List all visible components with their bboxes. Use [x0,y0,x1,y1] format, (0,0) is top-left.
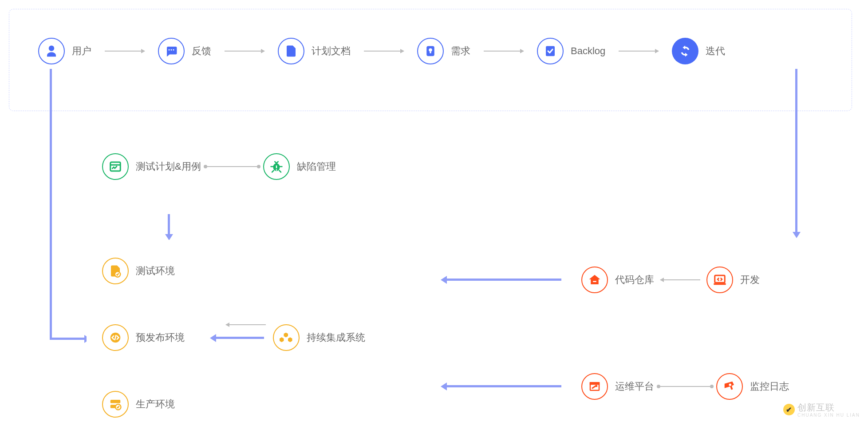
arrow-right-icon [364,51,404,52]
svg-rect-2 [430,52,431,53]
svg-rect-6 [276,166,277,168]
doc-check-icon [102,258,129,284]
node-label: Backlog [571,45,605,57]
node-user: 用户 [38,38,91,64]
node-label: 反馈 [192,44,211,58]
node-ops-platform: 运维平台 [581,373,654,400]
svg-point-7 [276,169,277,171]
sync-icon [672,38,698,64]
node-plan-doc: 计划文档 [278,38,351,64]
document-icon [278,38,304,64]
watermark-brand: 创新互联 [797,402,860,414]
connector-line-icon [659,386,712,387]
bulb-icon [417,38,444,64]
svg-point-19 [595,385,597,387]
node-label: 代码仓库 [615,273,654,287]
laptop-code-icon [706,267,733,293]
node-label: 测试环境 [136,264,175,278]
svg-point-1 [429,48,432,52]
arrow-right-icon [225,51,264,52]
node-label: 缺陷管理 [297,160,336,173]
message-icon [158,38,185,64]
arrow-down-icon [793,232,801,238]
node-backlog: Backlog [537,38,605,64]
node-label: 开发 [740,273,760,287]
node-label: 持续集成系统 [307,331,365,344]
node-dev: 开发 [706,267,760,293]
watermark-sub: CHUANG XIN HU LIAN [797,413,860,418]
node-prod-env: 生产环境 [102,391,175,418]
camera-icon [716,373,743,400]
arrow-left-icon [441,382,447,390]
bug-icon [263,153,290,180]
test-card: 测试计划&用例 缺陷管理 [87,118,442,215]
node-label: 生产环境 [136,398,175,411]
watermark: ✔ 创新互联 CHUANG XIN HU LIAN [783,402,860,418]
server-check-icon [102,391,129,418]
node-label: 计划文档 [312,44,351,58]
flow-line [168,214,170,235]
connector-line-icon [205,166,259,167]
window-chart-icon [102,153,129,180]
flow-line [446,279,561,281]
cubes-icon [273,324,300,351]
node-label: 运维平台 [615,380,654,393]
svg-rect-14 [715,275,725,283]
node-test-plan: 测试计划&用例 [102,153,201,180]
node-ci-system: 持续集成系统 [273,324,365,351]
logo-icon: ✔ [783,404,795,415]
dev-card: 代码仓库 开发 [561,240,852,320]
flow-line [215,337,264,339]
arrow-right-icon [484,51,524,52]
node-test-env: 测试环境 [102,258,175,284]
arrow-right-icon [105,51,145,52]
node-label: 需求 [451,44,470,58]
arrow-down-icon [165,234,173,240]
arrow-left-icon [210,334,216,342]
node-pre-release-env: 预发布环境 [102,324,185,351]
node-feedback: 反馈 [158,38,211,64]
node-iteration: 迭代 [672,38,725,64]
user-icon [38,38,65,64]
diagram-canvas: 用户 反馈 计划文档 需求 [0,0,868,422]
flow-line [50,69,52,340]
node-requirements: 需求 [417,38,470,64]
svg-rect-4 [110,162,121,171]
flow-line [446,385,561,387]
card-check-icon [537,38,564,64]
flow-line [50,338,85,340]
arrow-left-icon [660,279,700,280]
svg-rect-15 [714,283,726,285]
node-label: 测试计划&用例 [136,160,201,173]
node-monitor-log: 监控日志 [716,373,789,400]
node-label: 预发布环境 [136,331,185,344]
window-tool-icon [581,373,608,400]
env-card: 测试环境 预发布环境 持续集成系统 生产环境 [87,240,442,422]
node-defect: 缺陷管理 [263,153,336,180]
svg-rect-10 [110,400,121,403]
node-repo: 代码仓库 [581,267,654,293]
arrow-right-icon [619,51,659,52]
node-label: 迭代 [706,44,725,58]
top-flow-box: 用户 反馈 计划文档 需求 [9,9,852,111]
node-label: 监控日志 [750,380,789,393]
svg-point-20 [729,384,732,386]
code-circle-icon [102,324,129,351]
arrow-left-icon [441,276,447,284]
home-icon [581,267,608,293]
top-flow-row: 用户 反馈 计划文档 需求 [38,38,725,64]
arrow-left-icon [226,324,266,325]
svg-rect-17 [590,382,600,385]
flow-line [795,69,797,233]
svg-rect-13 [593,281,596,283]
node-label: 用户 [72,44,91,58]
